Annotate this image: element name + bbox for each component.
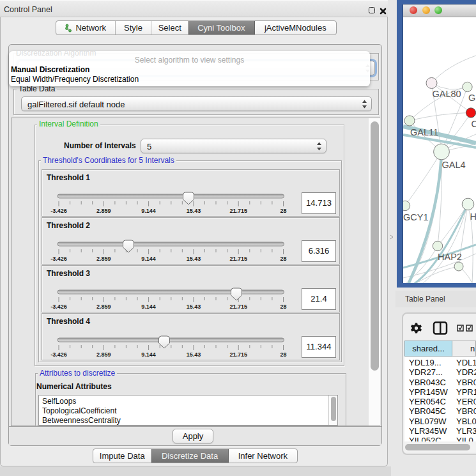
svg-text:H: H (470, 211, 476, 222)
svg-text:GAL80: GAL80 (433, 89, 461, 99)
svg-text:GAL11: GAL11 (410, 127, 438, 137)
svg-text:GAL4: GAL4 (442, 160, 466, 170)
svg-text:HAP2: HAP2 (438, 252, 462, 262)
svg-text:GCY1: GCY1 (403, 212, 429, 222)
svg-text:G.: G. (468, 93, 476, 103)
svg-text:C: C (472, 119, 476, 129)
